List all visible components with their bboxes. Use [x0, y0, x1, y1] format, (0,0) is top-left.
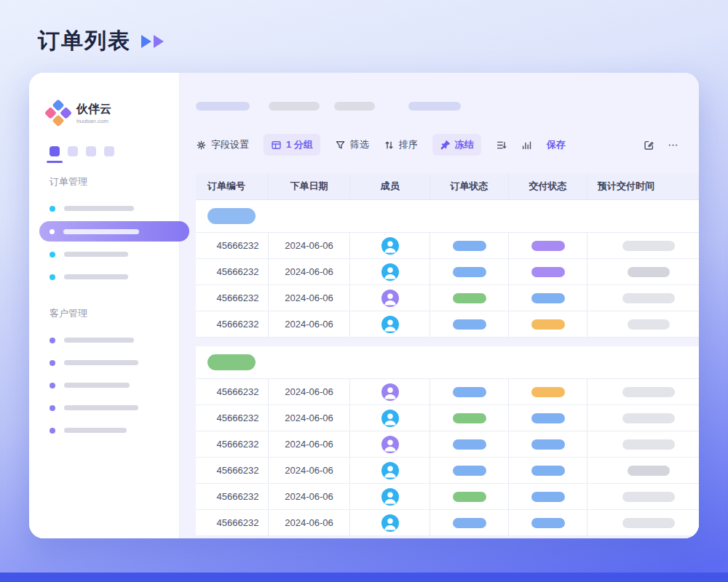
- sidebar-item[interactable]: [29, 266, 179, 288]
- gear-icon: [196, 140, 207, 151]
- group-label-pill[interactable]: [207, 354, 256, 370]
- delivery-status-cell: [509, 405, 587, 431]
- order-status-pill: [453, 518, 486, 528]
- eta-cell: [587, 431, 699, 457]
- filter-button[interactable]: 筛选: [335, 138, 369, 151]
- member-cell: [350, 405, 430, 431]
- sidebar-tab[interactable]: [86, 146, 96, 156]
- bullet-icon: [50, 274, 55, 280]
- table-row[interactable]: 456662322024-06-06: [196, 510, 699, 536]
- sidebar-nav: 订单管理客户管理: [29, 175, 179, 442]
- skeleton-bar: [64, 274, 128, 279]
- field-settings-button[interactable]: 字段设置: [196, 138, 249, 151]
- member-cell: [350, 458, 430, 483]
- eta-cell: [587, 259, 699, 284]
- order-no-cell: 45666232: [196, 431, 269, 457]
- column-header-order-no[interactable]: 订单编号: [196, 173, 269, 199]
- column-header-date[interactable]: 下单日期: [269, 173, 350, 199]
- table-row[interactable]: 456662322024-06-06: [196, 285, 699, 311]
- column-header-order-status[interactable]: 订单状态: [430, 173, 509, 199]
- member-cell: [350, 484, 430, 509]
- person-icon: [381, 263, 399, 281]
- table-row[interactable]: 456662322024-06-06: [196, 259, 699, 285]
- table-body: 456662322024-06-06456662322024-06-064566…: [196, 200, 699, 536]
- logo-name: 伙伴云: [76, 102, 111, 117]
- sidebar-item[interactable]: [29, 419, 179, 442]
- date-cell: 2024-06-06: [269, 431, 350, 457]
- column-header-member[interactable]: 成员: [350, 173, 430, 199]
- order-status-cell: [430, 285, 509, 311]
- delivery-status-cell: [509, 285, 587, 311]
- member-avatar-icon: [381, 410, 399, 427]
- order-status-pill: [453, 241, 486, 251]
- order-status-cell: [430, 431, 509, 457]
- delivery-status-pill: [531, 492, 565, 502]
- table-row[interactable]: 456662322024-06-06: [196, 379, 699, 405]
- sidebar: 伙伴云 huoban.com 订单管理客户管理: [29, 73, 180, 538]
- bullet-icon: [50, 405, 55, 411]
- sidebar-section-label: 订单管理: [50, 175, 179, 188]
- table-row[interactable]: 456662322024-06-06: [196, 484, 699, 510]
- sidebar-tab[interactable]: [68, 146, 78, 156]
- table-row[interactable]: 456662322024-06-06: [196, 431, 699, 458]
- sidebar-item[interactable]: [29, 329, 179, 351]
- skeleton-bar: [64, 206, 134, 211]
- order-no-cell: 45666232: [196, 233, 269, 258]
- sidebar-tab[interactable]: [50, 146, 60, 156]
- table-row[interactable]: 456662322024-06-06: [196, 233, 699, 259]
- sidebar-item-active[interactable]: [39, 221, 189, 242]
- more-dots-icon: [668, 140, 678, 151]
- member-avatar-icon: [381, 488, 399, 506]
- bullet-icon: [50, 338, 55, 343]
- order-status-pill: [453, 267, 486, 277]
- eta-skeleton-pill: [622, 492, 675, 502]
- table-header: 订单编号下单日期成员订单状态交付状态预计交付时间: [196, 173, 699, 200]
- bottom-band: [0, 573, 728, 582]
- group-header-row: [196, 346, 699, 379]
- sidebar-item[interactable]: [29, 351, 179, 374]
- toolbar: 字段设置 1 分组 筛选 排序 冻结: [196, 134, 699, 156]
- table-row[interactable]: 456662322024-06-06: [196, 458, 699, 484]
- eta-skeleton-pill: [622, 241, 675, 251]
- logo-diamond: [60, 106, 72, 119]
- save-button[interactable]: 保存: [547, 138, 566, 151]
- sidebar-item[interactable]: [29, 197, 179, 220]
- eta-cell: [587, 405, 699, 431]
- member-cell: [350, 379, 430, 404]
- filter-label: 筛选: [350, 138, 369, 151]
- row-height-button[interactable]: [496, 140, 507, 151]
- table-row[interactable]: 456662322024-06-06: [196, 405, 699, 431]
- member-cell: [350, 510, 430, 535]
- order-status-cell: [430, 405, 509, 431]
- date-cell: 2024-06-06: [269, 285, 350, 311]
- sort-button[interactable]: 排序: [384, 138, 418, 151]
- chart-button[interactable]: [521, 140, 532, 151]
- date-cell: 2024-06-06: [269, 458, 350, 483]
- table-row[interactable]: 456662322024-06-06: [196, 311, 699, 338]
- group-label-pill[interactable]: [207, 208, 256, 224]
- column-header-delivery-status[interactable]: 交付状态: [509, 173, 587, 199]
- order-no-cell: 45666232: [196, 379, 269, 404]
- table-group: 456662322024-06-06456662322024-06-064566…: [196, 200, 699, 338]
- person-icon: [381, 316, 399, 333]
- skeleton-bar: [64, 338, 134, 343]
- sidebar-item[interactable]: [29, 374, 179, 396]
- delivery-status-cell: [509, 311, 587, 337]
- eta-skeleton-pill: [628, 267, 670, 277]
- order-status-pill: [453, 439, 486, 450]
- sidebar-item[interactable]: [29, 243, 179, 266]
- member-cell: [350, 311, 430, 337]
- sidebar-item[interactable]: [29, 396, 179, 419]
- skeleton-bar: [64, 383, 130, 388]
- order-status-cell: [430, 311, 509, 337]
- member-avatar-icon: [381, 316, 399, 333]
- edit-button[interactable]: [644, 140, 654, 151]
- logo[interactable]: 伙伴云 huoban.com: [29, 102, 179, 124]
- sidebar-tab[interactable]: [104, 146, 114, 156]
- more-button[interactable]: [668, 140, 678, 151]
- column-header-eta[interactable]: 预计交付时间: [587, 173, 699, 199]
- top-skeleton-row: [196, 102, 699, 111]
- arrow-triangle-icon: [141, 35, 151, 48]
- freeze-button[interactable]: 冻结: [432, 134, 481, 156]
- group-button[interactable]: 1 分组: [264, 134, 320, 156]
